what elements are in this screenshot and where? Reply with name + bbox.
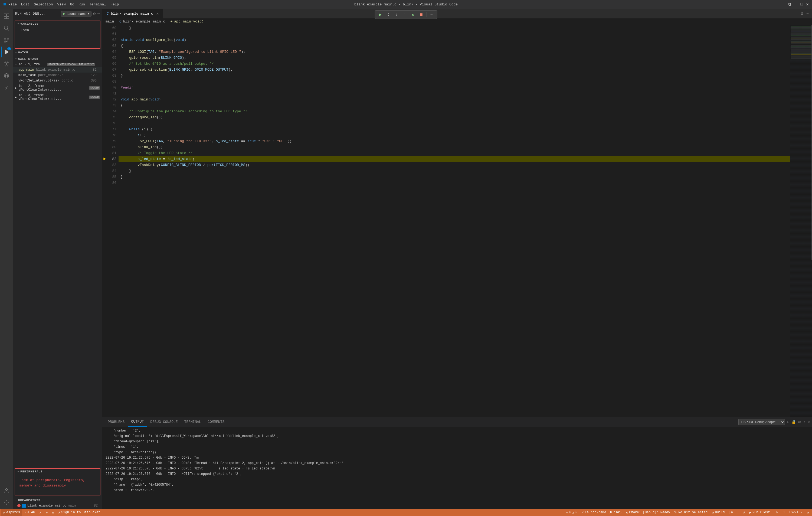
line-number: 71	[107, 90, 119, 96]
status-launch-item[interactable]: ⚡ Launch-name (blink)	[580, 509, 624, 516]
tab-comments[interactable]: COMMENTS	[204, 417, 228, 427]
accounts-activity-icon[interactable]	[1, 485, 12, 496]
callstack-thread-2[interactable]: ▶ id - 2, frame -vPortClearInterrupt... …	[13, 83, 102, 93]
watch-section-header[interactable]: ▾ WATCH	[13, 50, 102, 55]
close-icon[interactable]: ✕	[806, 2, 809, 7]
menu-terminal[interactable]: Terminal	[89, 2, 106, 6]
callstack-section-header[interactable]: ▾ CALL STACK	[13, 56, 102, 62]
debug-stop-btn[interactable]: ⏹	[417, 11, 425, 18]
bc-main[interactable]: main	[106, 20, 114, 24]
launch-config-button[interactable]: ▶ Launch-name ▾	[61, 11, 91, 17]
remote-activity-icon[interactable]	[1, 70, 12, 81]
tab-blink-main[interactable]: C blink_example_main.c ✕	[102, 9, 163, 19]
panel-copy-icon[interactable]: ⧉	[798, 420, 801, 424]
gutter-cell	[102, 132, 107, 138]
debug-step-into-btn[interactable]: ↓	[393, 11, 401, 18]
callstack-thread-3[interactable]: ▶ id - 3, frame -vPortClearInterrupt... …	[13, 93, 102, 102]
status-encoding-item[interactable]: C	[780, 509, 787, 516]
tab-debug-console[interactable]: DEBUG CONSOLE	[147, 417, 181, 427]
status-star-item[interactable]: ★	[50, 509, 56, 516]
build-icon: ⚙	[712, 511, 714, 515]
code-line	[119, 31, 790, 37]
panel-clear-icon[interactable]: ⊟	[787, 420, 789, 424]
line-row: 65 gpio_reset_pin(BLINK_GPIO);	[102, 55, 790, 61]
callstack-frame-main-task[interactable]: main_task port_common.c 129	[13, 73, 102, 78]
svg-point-6	[4, 38, 6, 39]
bc-filename[interactable]: blink_example_main.c	[123, 20, 165, 24]
status-flash-icon-item[interactable]: ⚡	[741, 509, 747, 516]
callstack-thread-1[interactable]: ▾ id - 1, fra... STOPPED WITH REASON: BR…	[13, 62, 102, 67]
local-variable-item[interactable]: Local	[21, 28, 98, 33]
layout-icon[interactable]: ⧉	[788, 2, 791, 7]
debug-more-btn[interactable]: ⋯	[428, 11, 435, 18]
line-number: 65	[107, 55, 119, 61]
status-remote-item[interactable]: ⇄ esp32c3	[1, 509, 22, 516]
status-lf-item[interactable]: LF	[772, 509, 780, 516]
menu-file[interactable]: File	[8, 2, 17, 6]
code-line: gpio_set_direction(BLINK_GPIO, GPIO_MODE…	[119, 66, 790, 73]
debug-step-out-btn[interactable]: ↑	[401, 11, 409, 18]
breakpoint-checkbox[interactable]: ✓	[22, 504, 26, 508]
status-kit-item[interactable]: % No Kit Selected	[672, 509, 710, 516]
panel-close-icon[interactable]: ✕	[808, 420, 810, 424]
status-run-ctest-item[interactable]: ▶ Run CTest	[747, 509, 772, 516]
debug-step-over-btn[interactable]: ⤸	[385, 11, 393, 18]
code-line: /* Configure the peripheral according to…	[119, 108, 790, 114]
panel-lock-icon[interactable]: 🔒	[791, 420, 796, 424]
breakpoints-section-header[interactable]: ▾ BREAKPOINTS	[13, 497, 102, 503]
variables-section-header[interactable]: ▾ VARIABLES	[15, 21, 100, 27]
panel-output-content[interactable]: 'number': '2', 'original-location': 'd:\…	[102, 427, 812, 509]
line-row: 61	[102, 31, 790, 37]
esp-idf-activity-icon[interactable]: ⚡	[1, 82, 12, 93]
debug-activity-icon[interactable]: !	[1, 47, 12, 57]
menu-help[interactable]: Help	[110, 2, 119, 6]
c-file-icon: C	[107, 12, 109, 16]
panel-maximize-icon[interactable]: ↑	[803, 420, 805, 424]
callstack-frame-vport[interactable]: vPortSetInterruptMask port.c 306	[13, 78, 102, 83]
gutter-cell	[102, 49, 107, 55]
status-lightning-item[interactable]: ⚡	[37, 509, 43, 516]
status-build-item[interactable]: ⚙ Build	[710, 509, 727, 516]
line-row: 64 ESP_LOGI(TAG, "Example configured to …	[102, 49, 790, 55]
bc-function[interactable]: app_main(void)	[174, 20, 204, 24]
status-settings-icon-item[interactable]: ⚙	[805, 509, 811, 516]
extensions-activity-icon[interactable]	[1, 58, 12, 69]
menu-edit[interactable]: Edit	[21, 2, 29, 6]
source-control-activity-icon[interactable]	[1, 35, 12, 46]
maximize-icon[interactable]: □	[800, 2, 803, 7]
explorer-activity-icon[interactable]	[1, 11, 12, 22]
menu-selection[interactable]: Selection	[34, 2, 53, 6]
status-cmake-item[interactable]: ⚙ CMake: [Debug]: Ready	[624, 509, 672, 516]
debug-restart-btn[interactable]: ↻	[409, 11, 417, 18]
debug-settings-icon[interactable]: ⚙	[93, 11, 96, 17]
lightning-icon: ⚡	[39, 511, 41, 515]
status-esp-idf-item[interactable]: ESP-IDF	[787, 509, 805, 516]
more-actions-icon[interactable]: ⋯	[806, 10, 810, 17]
output-source-select[interactable]: ESP-IDF Debug Adapte...	[738, 419, 785, 425]
remote-icon: ⇄	[3, 511, 5, 515]
breakpoint-item[interactable]: ✓ blink_example_main.c main 82	[13, 503, 102, 509]
status-bitbucket-item[interactable]: ⚡ Sign in to Bitbucket	[56, 509, 102, 516]
menu-go[interactable]: Go	[70, 2, 75, 6]
tab-problems[interactable]: PROBLEMS	[105, 417, 128, 427]
menu-bar[interactable]: File Edit Selection View Go Run Terminal…	[8, 2, 119, 6]
status-circle-item[interactable]: ⊙	[44, 509, 50, 516]
tab-output[interactable]: OUTPUT	[128, 417, 147, 427]
menu-run[interactable]: Run	[79, 2, 85, 6]
search-activity-icon[interactable]	[1, 23, 12, 34]
code-line: /* Set the GPIO as a push/pull output */	[119, 61, 790, 66]
settings-activity-icon[interactable]	[1, 497, 12, 508]
peripherals-section-header[interactable]: ▾ PERIPHERALS	[15, 469, 100, 474]
status-jtag-item[interactable]: ⑂ JTAG	[22, 509, 37, 516]
minimize-icon[interactable]: ─	[794, 2, 797, 7]
debug-continue-btn[interactable]: ▶	[377, 11, 384, 18]
debug-more-options-icon[interactable]: ⋯	[97, 11, 100, 17]
menu-view[interactable]: View	[57, 2, 65, 6]
line-row: 70#endif	[102, 84, 790, 90]
tab-close-icon[interactable]: ✕	[156, 11, 158, 16]
status-errors-item[interactable]: ⊙ 0 ⚠ 0	[564, 509, 580, 516]
split-editor-icon[interactable]: ⧉	[800, 10, 805, 17]
callstack-frame-app-main[interactable]: app_main blink_example_main.c 82	[13, 67, 102, 73]
tab-terminal[interactable]: TERMINAL	[181, 417, 204, 427]
status-build-all-item[interactable]: [all]	[727, 509, 741, 516]
